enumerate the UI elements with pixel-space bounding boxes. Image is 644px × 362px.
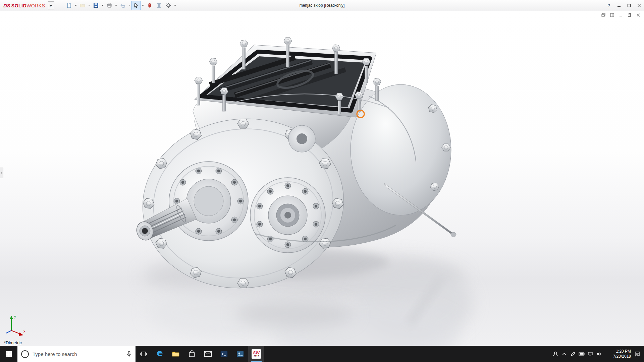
battery-status-button[interactable] [577,346,586,362]
pen-settings-button[interactable] [569,346,577,362]
doc-restore-button[interactable] [626,12,633,18]
minimize-icon [617,4,621,7]
options-gear-icon [166,3,171,8]
store-icon [188,350,196,358]
windows-logo-icon [6,351,12,357]
doc-tile-button[interactable] [608,12,616,18]
taskbar-search-input[interactable]: Type here to search [17,346,136,362]
print-button[interactable] [105,1,114,10]
people-button[interactable] [551,346,560,362]
pen-icon [570,351,576,357]
menu-flyout-button[interactable]: ▶ [48,1,54,9]
graphics-area[interactable]: y x *Dimetric [0,11,644,346]
volume-icon [596,352,602,356]
clock-time: 1:20 PM [605,349,631,354]
window-controls: ? [604,0,644,11]
design-binder-icon [156,3,162,8]
print-dropdown[interactable] [114,1,118,10]
document-title: menjac sklop [Read-only] [300,0,345,11]
solidworks-logo: DS SOLID WORKS [3,3,45,8]
undo-dropdown[interactable] [127,1,131,10]
close-icon [637,4,641,7]
hidden-icons-button[interactable] [560,346,569,362]
save-button[interactable] [91,1,101,10]
cascade-icon [601,13,605,17]
file-explorer-button[interactable] [168,346,184,362]
title-bar: DS SOLID WORKS ▶ [0,0,644,11]
network-status-button[interactable] [586,346,595,362]
mail-button[interactable] [200,346,216,362]
help-button[interactable]: ? [604,0,614,11]
chevron-up-icon [562,352,567,356]
windows-taskbar: Type here to search [0,346,644,362]
system-tray: 1:20 PM 7/23/2018 [551,346,644,362]
network-icon [588,352,593,356]
microphone-icon[interactable] [127,351,131,357]
people-icon [552,351,558,357]
options-button[interactable] [164,1,173,10]
collapse-arrow-icon [1,172,2,174]
file-explorer-icon [172,350,180,358]
doc-minimize-icon [619,13,623,17]
start-button[interactable] [0,346,17,362]
task-view-button[interactable] [136,346,152,362]
quick-access-toolbar [64,0,177,11]
logo-text-works: WORKS [26,3,45,8]
action-center-button[interactable] [633,346,642,362]
doc-close-button[interactable] [635,12,642,18]
solidworks-app-icon: SW 2017 [252,349,261,359]
view-orientation-label: *Dimetric [4,340,22,345]
doc-minimize-button[interactable] [617,12,625,18]
triad-y-label: y [14,314,16,318]
maximize-button[interactable] [624,0,634,11]
design-binder-button[interactable] [154,1,164,10]
store-button[interactable] [184,346,200,362]
undo-button[interactable] [118,1,127,10]
appearance-button[interactable] [145,1,154,10]
photos-button[interactable] [232,346,248,362]
new-document-icon [66,3,72,8]
solidworks-taskbar-button[interactable]: SW 2017 [248,346,264,362]
select-arrow-icon [133,3,139,8]
feature-panel-collapse-tab[interactable] [0,168,3,178]
tile-icon [610,13,614,17]
save-dropdown[interactable] [101,1,105,10]
document-window-controls [600,12,642,18]
terminal-button[interactable] [216,346,232,362]
search-placeholder: Type here to search [33,351,123,357]
gearbox-model[interactable] [0,11,644,346]
open-button[interactable] [78,1,87,10]
logo-text-solid: SOLID [11,3,26,8]
maximize-icon [627,4,631,7]
dassault-logo-icon: DS [3,3,10,8]
cortana-icon [21,350,29,358]
doc-close-icon [636,13,640,17]
photos-icon [236,350,244,358]
taskbar-clock[interactable]: 1:20 PM 7/23/2018 [605,349,631,359]
doc-cascade-button[interactable] [600,12,607,18]
appearance-icon [147,3,152,8]
edge-icon [156,350,164,358]
undo-icon [120,3,125,8]
terminal-icon [220,350,228,358]
clock-date: 7/23/2018 [605,354,631,359]
open-icon [80,3,85,8]
save-icon [93,3,99,8]
select-tool-button[interactable] [131,1,141,10]
action-center-icon [635,351,640,357]
volume-button[interactable] [595,346,603,362]
open-dropdown[interactable] [87,1,91,10]
select-tool-dropdown[interactable] [141,1,145,10]
mail-icon [204,351,212,357]
print-icon [107,3,112,8]
orientation-triad: y x [4,313,28,337]
new-document-dropdown[interactable] [74,1,78,10]
close-button[interactable] [634,0,644,11]
options-dropdown[interactable] [173,1,177,10]
triad-x-label: x [23,329,25,333]
battery-icon [579,352,585,356]
edge-button[interactable] [152,346,168,362]
doc-restore-icon [628,13,632,17]
minimize-button[interactable] [614,0,624,11]
new-document-button[interactable] [64,1,74,10]
